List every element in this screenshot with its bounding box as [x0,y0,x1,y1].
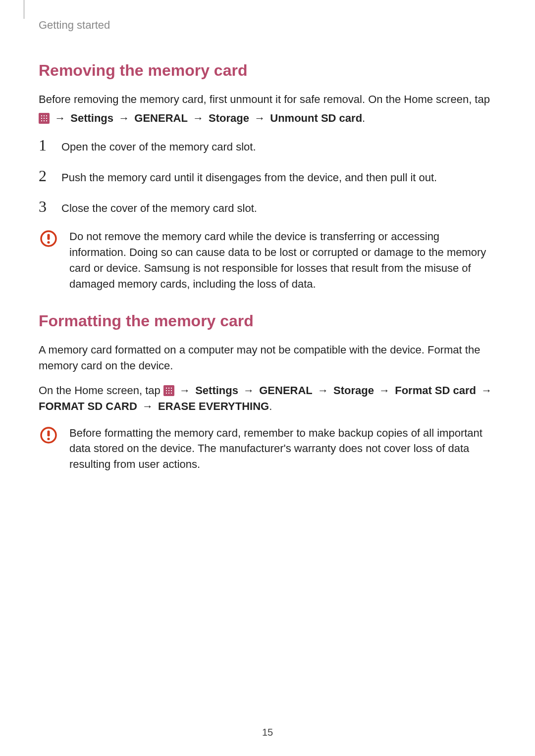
caution-icon [40,426,57,444]
page-number: 15 [0,727,535,738]
arrow-icon: → [116,112,131,124]
intro-paragraph-2: A memory card formatted on a computer ma… [39,342,496,374]
running-header: Getting started [39,16,496,61]
nav-general: GENERAL [134,112,188,124]
arrow-icon: → [377,384,392,397]
caution-text-2: Before formatting the memory card, remem… [69,425,496,473]
step-item: Push the memory card until it disengages… [39,168,496,186]
arrow-icon: → [316,384,330,397]
svg-point-2 [47,241,50,244]
arrow-icon: → [252,112,267,124]
arrow-icon: → [140,400,155,412]
page-content: Getting started Removing the memory card… [0,0,535,472]
nav-path-unmount: → Settings → GENERAL → Storage → Unmount… [39,110,496,126]
header-rule [24,0,24,19]
nav-storage: Storage [333,384,374,397]
step-text: Open the cover of the memory card slot. [61,139,256,155]
nav-storage: Storage [209,112,249,124]
nav-settings: Settings [195,384,238,397]
nav-lead-text: On the Home screen, tap [39,384,163,397]
nav-settings: Settings [70,112,113,124]
apps-grid-icon [39,113,50,124]
intro-paragraph-1: Before removing the memory card, first u… [39,92,496,107]
caution-icon [40,230,57,248]
nav-format: Format SD card [395,384,476,397]
caution-callout-2: Before formatting the memory card, remem… [39,425,496,473]
arrow-icon: → [241,384,256,397]
svg-rect-1 [48,234,50,240]
step-text: Close the cover of the memory card slot. [61,201,257,216]
arrow-icon: → [479,384,494,397]
removal-steps: Open the cover of the memory card slot. … [39,137,496,216]
caution-callout-1: Do not remove the memory card while the … [39,229,496,292]
nav-format-caps: FORMAT SD CARD [39,400,137,412]
section-title-removing: Removing the memory card [39,61,496,80]
step-text: Push the memory card until it disengages… [61,170,437,186]
nav-path-format: On the Home screen, tap → Settings → GEN… [39,383,496,414]
nav-general: GENERAL [259,384,313,397]
arrow-icon: → [177,384,192,397]
intro-text-1: Before removing the memory card, first u… [39,93,490,105]
step-item: Close the cover of the memory card slot. [39,199,496,216]
arrow-icon: → [191,112,206,124]
nav-erase: ERASE EVERYTHING [158,400,269,412]
apps-grid-icon [163,385,174,396]
section-title-formatting: Formatting the memory card [39,312,496,330]
svg-rect-4 [48,430,50,436]
caution-text-1: Do not remove the memory card while the … [69,229,496,292]
step-item: Open the cover of the memory card slot. [39,137,496,155]
svg-point-5 [47,437,50,440]
nav-unmount: Unmount SD card [270,112,362,124]
arrow-icon: → [53,112,67,124]
